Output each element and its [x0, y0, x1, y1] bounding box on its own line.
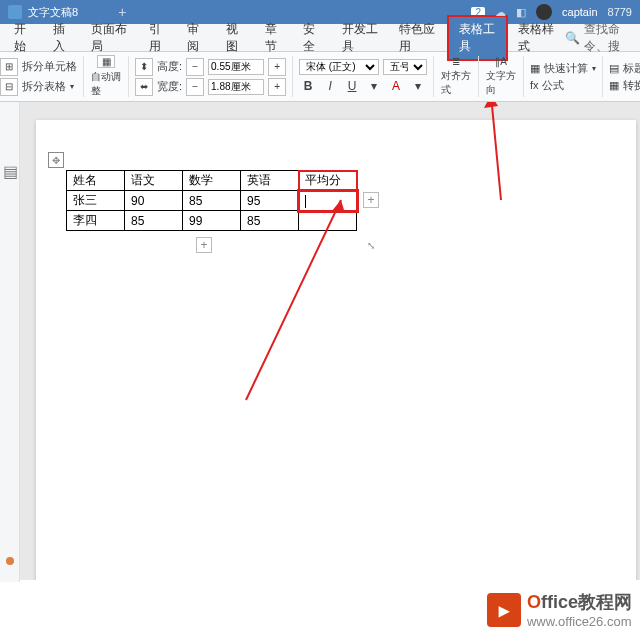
- table-row: 李四 85 99 85: [67, 211, 357, 231]
- menu-devtools[interactable]: 开发工具: [332, 17, 389, 59]
- width-input[interactable]: [208, 79, 264, 95]
- skin-icon[interactable]: ◧: [516, 6, 526, 19]
- auto-adjust-button[interactable]: ▦ 自动调整: [90, 61, 122, 93]
- row-height-icon: ⬍: [135, 58, 153, 76]
- menu-table-tools[interactable]: 表格工具: [447, 15, 508, 61]
- height-plus[interactable]: +: [268, 58, 286, 76]
- username: captain: [562, 6, 597, 18]
- data-table[interactable]: 姓名 语文 数学 英语 平均分 张三 90 85 95 李四 85 99: [66, 170, 357, 231]
- resize-handle[interactable]: ⤡: [363, 237, 379, 253]
- cell[interactable]: 英语: [241, 171, 299, 191]
- menu-chapter[interactable]: 章节: [255, 17, 294, 59]
- formula-button[interactable]: fx 公式: [530, 78, 564, 93]
- cell-active-cursor[interactable]: [299, 191, 357, 211]
- menu-layout[interactable]: 页面布局: [81, 17, 138, 59]
- cell[interactable]: 95: [241, 191, 299, 211]
- count-label: 8779: [608, 6, 632, 18]
- cloud-icon[interactable]: ☁: [495, 6, 506, 19]
- add-column-handle[interactable]: +: [363, 192, 379, 208]
- menu-special[interactable]: 特色应用: [389, 17, 446, 59]
- ribbon: ⊞拆分单元格 ⊟拆分表格▾ ▦ 自动调整 ⬍ 高度: − + ⬌ 宽度: − +…: [0, 52, 640, 102]
- watermark-title: Office教程网: [527, 590, 632, 614]
- height-minus[interactable]: −: [186, 58, 204, 76]
- quick-calc-icon[interactable]: ▦: [530, 62, 540, 75]
- title-row-label[interactable]: 标题: [623, 61, 640, 76]
- split-cell-icon[interactable]: ⊞: [0, 58, 18, 76]
- search-placeholder: 查找命令、搜: [584, 21, 636, 55]
- font-color-dropdown[interactable]: ▾: [409, 77, 427, 95]
- cell[interactable]: 语文: [125, 171, 183, 191]
- text-direction-label: 文字方向: [486, 69, 516, 97]
- new-tab-button[interactable]: +: [118, 4, 126, 20]
- align-icon: ≣: [452, 56, 460, 67]
- cell[interactable]: 85: [241, 211, 299, 231]
- font-color-button[interactable]: A: [387, 77, 405, 95]
- auto-adjust-icon: ▦: [97, 55, 115, 68]
- font-name-select[interactable]: 宋体 (正文): [299, 59, 379, 75]
- search-icon: 🔍: [565, 31, 580, 45]
- text-direction-button[interactable]: ∥A 文字方向: [485, 61, 517, 93]
- watermark-url: www.office26.com: [527, 614, 632, 629]
- cell[interactable]: 姓名: [67, 171, 125, 191]
- table-container: ✥ 姓名 语文 数学 英语 平均分 张三 90 85 95 李四: [66, 170, 357, 231]
- table-row: 张三 90 85 95: [67, 191, 357, 211]
- menu-insert[interactable]: 插入: [43, 17, 82, 59]
- italic-button[interactable]: I: [321, 77, 339, 95]
- quick-calc-label[interactable]: 快速计算: [544, 61, 588, 76]
- height-label: 高度:: [157, 59, 182, 74]
- left-sidebar: ▤: [0, 102, 20, 582]
- nav-icon[interactable]: ▤: [3, 162, 17, 176]
- cell[interactable]: 99: [183, 211, 241, 231]
- annotation-arrow-2: [416, 102, 516, 210]
- menu-review[interactable]: 审阅: [177, 17, 216, 59]
- cell[interactable]: 数学: [183, 171, 241, 191]
- menubar: 开始 插入 页面布局 引用 审阅 视图 章节 安全 开发工具 特色应用 表格工具…: [0, 24, 640, 52]
- convert-icon[interactable]: ▦: [609, 79, 619, 92]
- auto-adjust-label: 自动调整: [91, 70, 121, 98]
- align-label: 对齐方式: [441, 69, 471, 97]
- split-cell-label[interactable]: 拆分单元格: [22, 59, 77, 74]
- split-table-label[interactable]: 拆分表格: [22, 79, 66, 94]
- align-button[interactable]: ≣ 对齐方式: [440, 61, 472, 93]
- svg-marker-3: [484, 102, 498, 108]
- table-move-handle[interactable]: ✥: [48, 152, 64, 168]
- height-input[interactable]: [208, 59, 264, 75]
- text-cursor: [305, 195, 306, 208]
- convert-label[interactable]: 转换: [623, 78, 640, 93]
- table-row: 姓名 语文 数学 英语 平均分: [67, 171, 357, 191]
- width-plus[interactable]: +: [268, 78, 286, 96]
- font-size-select[interactable]: 五号: [383, 59, 427, 75]
- logo-icon: ▸: [487, 593, 521, 627]
- cell-highlighted-header[interactable]: 平均分: [299, 171, 357, 191]
- underline-button[interactable]: U: [343, 77, 361, 95]
- menu-security[interactable]: 安全: [293, 17, 332, 59]
- menu-reference[interactable]: 引用: [139, 17, 178, 59]
- watermark: ▸ Office教程网 www.office26.com: [487, 590, 632, 629]
- bold-button[interactable]: B: [299, 77, 317, 95]
- width-minus[interactable]: −: [186, 78, 204, 96]
- cell[interactable]: [299, 211, 357, 231]
- status-indicator: [6, 557, 14, 565]
- cell[interactable]: 张三: [67, 191, 125, 211]
- text-direction-icon: ∥A: [495, 56, 507, 67]
- cell[interactable]: 85: [183, 191, 241, 211]
- width-label: 宽度:: [157, 79, 182, 94]
- svg-line-2: [491, 102, 501, 200]
- document-area: ✥ 姓名 语文 数学 英语 平均分 张三 90 85 95 李四: [20, 102, 640, 580]
- title-row-icon[interactable]: ▤: [609, 62, 619, 75]
- menu-start[interactable]: 开始: [4, 17, 43, 59]
- cell[interactable]: 85: [125, 211, 183, 231]
- search-box[interactable]: 🔍 查找命令、搜: [565, 21, 636, 55]
- add-row-handle[interactable]: +: [196, 237, 212, 253]
- menu-table-style[interactable]: 表格样式: [508, 17, 565, 59]
- col-width-icon: ⬌: [135, 78, 153, 96]
- highlight-button[interactable]: ▾: [365, 77, 383, 95]
- split-table-icon[interactable]: ⊟: [0, 78, 18, 96]
- menu-view[interactable]: 视图: [216, 17, 255, 59]
- cell[interactable]: 90: [125, 191, 183, 211]
- page[interactable]: ✥ 姓名 语文 数学 英语 平均分 张三 90 85 95 李四: [36, 120, 636, 580]
- cell[interactable]: 李四: [67, 211, 125, 231]
